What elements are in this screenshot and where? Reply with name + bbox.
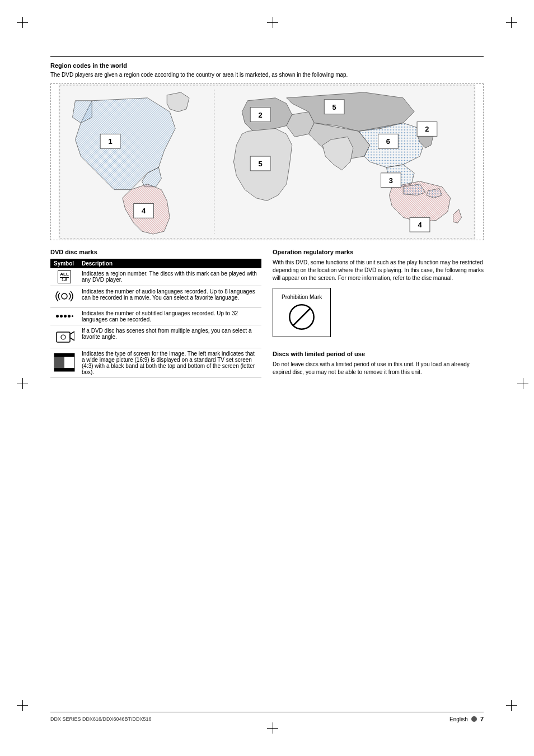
- svg-marker-24: [70, 332, 74, 340]
- corner-mark-bl: [17, 694, 34, 711]
- main-content: Region codes in the world The DVD player…: [50, 56, 484, 700]
- svg-line-32: [293, 309, 310, 325]
- table-row: ALL 1-8 Indicates a region number. The d…: [50, 268, 261, 286]
- right-col-section: Operation regulatory marks With this DVD…: [273, 249, 484, 378]
- prohibition-mark-box: Prohibition Mark: [273, 288, 331, 337]
- footer-language: English: [449, 716, 468, 722]
- prohibition-symbol-svg: [288, 303, 316, 331]
- footer-right: English 7: [449, 716, 484, 722]
- prohibition-mark-label: Prohibition Mark: [282, 294, 322, 300]
- limited-use-section: Discs with limited period of use Do not …: [273, 351, 484, 376]
- two-col-section: DVD disc marks Symbol Description ALL: [50, 249, 484, 378]
- dvd-disc-marks-section: DVD disc marks Symbol Description ALL: [50, 249, 261, 378]
- desc-subtitle: Indicates the number of subtitled langua…: [78, 307, 261, 325]
- symbol-widescreen: [50, 348, 78, 377]
- desc-audio: Indicates the number of audio languages …: [78, 286, 261, 307]
- svg-rect-29: [54, 357, 64, 368]
- angle-symbol-svg: [54, 328, 74, 344]
- svg-text:1: 1: [108, 137, 112, 146]
- table-row: Indicates the number of audio languages …: [50, 286, 261, 307]
- svg-rect-23: [57, 332, 70, 342]
- svg-rect-30: [64, 357, 74, 368]
- svg-text:3: 3: [389, 176, 393, 185]
- corner-mark-tl: [17, 17, 34, 34]
- svg-rect-28: [54, 368, 74, 371]
- svg-text:4: 4: [418, 221, 422, 229]
- audio-symbol-svg: [54, 288, 74, 304]
- page-number: 7: [480, 716, 484, 722]
- svg-text:5: 5: [258, 160, 262, 168]
- svg-text:2: 2: [258, 111, 262, 119]
- region-codes-section: Region codes in the world The DVD player…: [50, 62, 484, 79]
- desc-angle: If a DVD disc has scenes shot from multi…: [78, 325, 261, 348]
- top-rule: [50, 56, 484, 57]
- symbol-region: ALL 1-8: [50, 268, 78, 286]
- limited-use-title: Discs with limited period of use: [273, 351, 484, 357]
- svg-text:5: 5: [332, 103, 336, 111]
- disc-marks-table: Symbol Description ALL 1-8 Indicates: [50, 259, 261, 378]
- desc-region: Indicates a region number. The discs wit…: [78, 268, 261, 286]
- op-marks-title: Operation regulatory marks: [273, 249, 484, 255]
- footer: DDX SERIES DDX616/DDX6046BT/DDX516 Engli…: [50, 712, 484, 722]
- op-marks-description: With this DVD, some functions of this un…: [273, 259, 484, 282]
- table-row: If a DVD disc has scenes shot from multi…: [50, 325, 261, 348]
- svg-point-25: [61, 335, 65, 339]
- table-row: Indicates the type of screen for the ima…: [50, 348, 261, 377]
- corner-mark-tr: [500, 17, 517, 34]
- world-map-container: 1 4 2 5 5 6 2: [50, 83, 484, 240]
- svg-point-22: [62, 293, 67, 299]
- svg-rect-27: [54, 353, 74, 357]
- corner-mark-br: [500, 694, 517, 711]
- svg-text:6: 6: [386, 137, 390, 146]
- region-codes-intro: The DVD players are given a region code …: [50, 71, 484, 79]
- table-row: Indicates the number of subtitled langua…: [50, 307, 261, 325]
- col-header-symbol: Symbol: [50, 259, 78, 268]
- svg-text:2: 2: [425, 125, 429, 133]
- region-codes-title: Region codes in the world: [50, 62, 484, 69]
- disc-marks-title: DVD disc marks: [50, 249, 261, 255]
- world-map-svg: 1 4 2 5 5 6 2: [51, 84, 483, 240]
- widescreen-symbol-svg: [54, 353, 75, 372]
- svg-text:4: 4: [142, 207, 146, 215]
- col-header-description: Description: [78, 259, 261, 268]
- symbol-subtitle: [50, 307, 78, 325]
- symbol-audio: [50, 286, 78, 307]
- symbol-angle: [50, 325, 78, 348]
- footer-series-text: DDX SERIES DDX616/DDX6046BT/DDX516: [50, 716, 152, 722]
- desc-widescreen: Indicates the type of screen for the ima…: [78, 348, 261, 377]
- limited-use-description: Do not leave discs with a limited period…: [273, 361, 484, 376]
- page-dot-icon: [471, 716, 477, 722]
